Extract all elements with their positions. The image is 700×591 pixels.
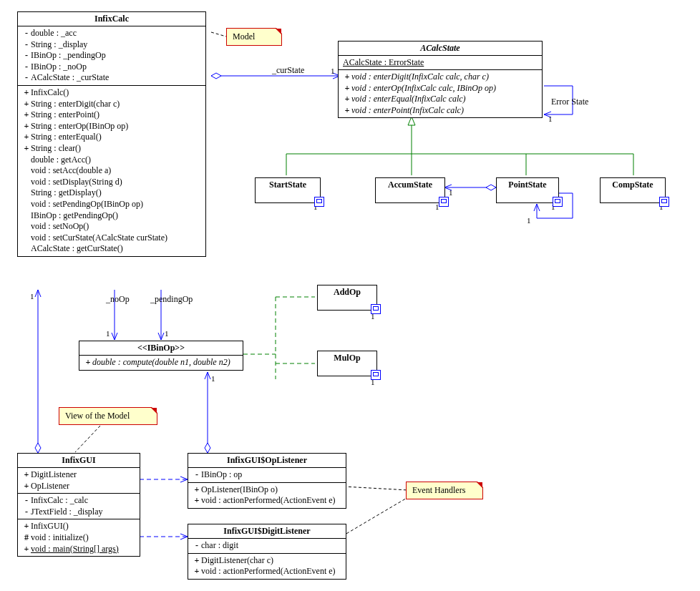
class-icon: [553, 197, 563, 207]
class-icon: [314, 197, 324, 207]
class-title: CompState: [601, 178, 665, 192]
class-startstate: StartState: [255, 177, 321, 203]
member: void : setAcc(double a): [22, 165, 201, 177]
class-addop: AddOp: [317, 285, 377, 311]
class-infixgui: InfixGUI +DigitListener+OpListener -Infi…: [17, 453, 140, 557]
class-title: InfixGUI: [18, 454, 140, 468]
member: -IBinOp : _pendingOp: [22, 50, 201, 62]
attrs: -double : _acc-String : _display-IBinOp …: [18, 26, 205, 86]
ops: +void : enterDigit(InfixCalc calc, char …: [339, 70, 542, 117]
mult: 1: [165, 329, 169, 338]
class-icon: [371, 304, 381, 314]
note-model: Model: [226, 28, 282, 46]
class-acalcstate: ACalcState ACalcState : ErrorState +void…: [338, 41, 543, 118]
member: -String : _display: [22, 39, 201, 51]
class-title: MulOp: [318, 351, 376, 365]
class-title: InfixGUI$DigitListener: [188, 524, 346, 539]
member: -InfixCalc : _calc: [22, 495, 135, 507]
mult: 1: [331, 67, 335, 75]
member: +DigitListener(char c): [193, 555, 341, 567]
attrs: -IBinOp : op: [188, 468, 346, 483]
member: -ACalcState : _curState: [22, 72, 201, 84]
class-digitlistener: InfixGUI$DigitListener -char : digit +Di…: [188, 524, 346, 580]
class-stereo: <<IBinOp>>: [79, 341, 243, 356]
ops: +double : compute(double n1, double n2): [79, 356, 243, 370]
note-view: View of the Model: [59, 407, 157, 425]
class-accumstate: AccumState: [375, 177, 445, 203]
member: +String : enterEqual(): [22, 132, 201, 143]
mult: 1: [106, 329, 110, 338]
member: +InfixCalc(): [22, 87, 201, 99]
member: +OpListener: [22, 481, 135, 492]
member: -char : digit: [193, 540, 341, 552]
class-icon: [371, 370, 381, 380]
member: String : getDisplay(): [22, 187, 201, 199]
class-title: AccumState: [376, 178, 444, 192]
member: +String : enterOp(IBinOp op): [22, 121, 201, 132]
member: +InfixGUI(): [22, 521, 135, 532]
note-handlers: Event Handlers: [406, 482, 483, 499]
class-oplistener: InfixGUI$OpListener -IBinOp : op +OpList…: [188, 453, 346, 509]
label-errorstate: Error State: [551, 97, 588, 107]
label-pendingop: _pendingOp: [150, 294, 193, 305]
mult: 1: [548, 114, 553, 123]
member: +void : main(String[] args): [22, 544, 135, 555]
member: +void : enterPoint(InfixCalc calc): [343, 105, 538, 117]
op-text: double : compute(double n1, double n2): [92, 357, 230, 367]
class-icon: [439, 197, 449, 207]
member: void : setPendingOp(IBinOp op): [22, 199, 201, 210]
mult: 1: [30, 292, 34, 301]
member: ACalcState : getCurState(): [22, 243, 201, 255]
ops: +InfixGUI()#void : initialize()+void : m…: [18, 519, 140, 556]
member: +void : enterOp(InfixCalc calc, IBinOp o…: [343, 83, 538, 94]
class-pointstate: PointState: [496, 177, 559, 203]
class-title: InfixCalc: [18, 12, 205, 26]
class-compstate: CompState: [600, 177, 666, 203]
member: +String : enterDigit(char c): [22, 99, 201, 110]
ops: +OpListener(IBinOp o)+void : actionPerfo…: [188, 483, 346, 508]
mult: 1: [211, 374, 215, 383]
note-text: View of the Model: [65, 411, 130, 421]
class-mulop: MulOp: [317, 351, 377, 376]
member: +void : enterEqual(InfixCalc calc): [343, 94, 538, 105]
ops: +DigitListener(char c)+void : actionPerf…: [188, 554, 346, 579]
member: +void : actionPerformed(ActionEvent e): [193, 495, 341, 507]
member: void : setNoOp(): [22, 221, 201, 233]
member: +DigitListener: [22, 469, 135, 481]
mult: 1: [449, 188, 453, 197]
label-noop: _noOp: [106, 294, 130, 305]
label-curstate: _curState: [272, 65, 304, 76]
class-title: ACalcState: [339, 41, 542, 56]
member: -double : _acc: [22, 28, 201, 39]
member: -IBinOp : _noOp: [22, 62, 201, 73]
attrs: -InfixCalc : _calc-JTextField : _display: [18, 494, 140, 519]
class-subtitle: ACalcState : ErrorState: [339, 56, 542, 70]
member: -JTextField : _display: [22, 507, 135, 518]
inner: +DigitListener+OpListener: [18, 468, 140, 494]
svg-line-19: [75, 426, 100, 452]
note-text: Model: [233, 31, 255, 41]
member: void : setCurState(ACalcState curState): [22, 233, 201, 244]
ops: +InfixCalc()+String : enterDigit(char c)…: [18, 86, 205, 256]
note-text: Event Handlers: [412, 485, 465, 495]
mult: 1: [527, 216, 531, 225]
class-title: AddOp: [318, 285, 376, 299]
member: +void : actionPerformed(ActionEvent e): [193, 566, 341, 577]
class-ibinop: <<IBinOp>> +double : compute(double n1, …: [79, 341, 243, 371]
member: +String : clear(): [22, 143, 201, 155]
class-title: StartState: [256, 178, 320, 192]
class-title: InfixGUI$OpListener: [188, 454, 346, 468]
member: -IBinOp : op: [193, 469, 341, 481]
member: #void : initialize(): [22, 532, 135, 544]
svg-line-20: [344, 487, 408, 490]
member: +OpListener(IBinOp o): [193, 484, 341, 496]
member: double : getAcc(): [22, 155, 201, 166]
attrs: -char : digit: [188, 539, 346, 554]
class-infixcalc: InfixCalc -double : _acc-String : _displ…: [17, 11, 206, 257]
class-title: PointState: [497, 178, 558, 192]
member: void : setDisplay(String d): [22, 177, 201, 188]
member: +void : enterDigit(InfixCalc calc, char …: [343, 72, 538, 83]
class-icon: [659, 197, 669, 207]
member: IBinOp : getPendingOp(): [22, 210, 201, 222]
member: +String : enterPoint(): [22, 109, 201, 121]
